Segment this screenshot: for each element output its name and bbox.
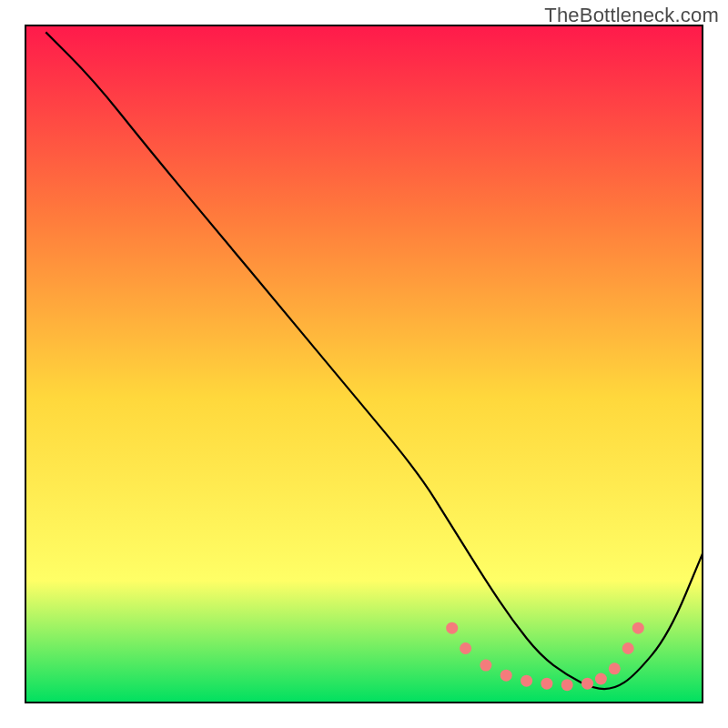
optimal-marker <box>460 642 471 654</box>
chart-stage: TheBottleneck.com <box>0 0 728 728</box>
optimal-marker <box>480 660 491 672</box>
optimal-marker <box>622 642 634 654</box>
watermark-text: TheBottleneck.com <box>544 4 719 27</box>
optimal-marker <box>446 622 458 634</box>
bottleneck-chart <box>0 0 728 728</box>
optimal-marker <box>541 678 552 690</box>
optimal-marker <box>609 662 621 674</box>
optimal-marker <box>521 675 532 687</box>
optimal-marker <box>632 622 644 634</box>
optimal-marker <box>500 670 512 682</box>
optimal-marker <box>561 679 573 691</box>
optimal-marker <box>595 673 607 685</box>
optimal-marker <box>581 678 593 690</box>
plot-area <box>25 25 703 703</box>
